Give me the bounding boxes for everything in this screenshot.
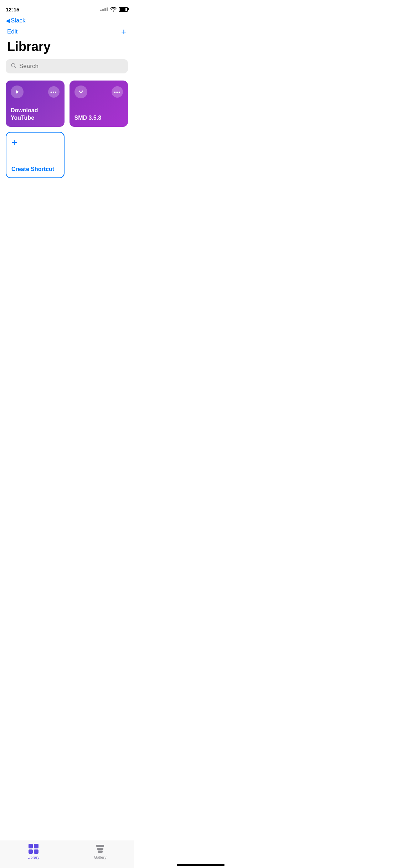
search-bar[interactable] [6,59,128,73]
more-button-smd[interactable]: ••• [112,86,123,98]
create-shortcut-card[interactable]: + Create Shortcut [6,132,65,178]
chevron-down-icon [78,89,84,95]
shortcuts-grid: ••• Download YouTube ••• SMD 3.5.8 + Cre… [0,81,134,178]
more-dots-icon: ••• [50,89,57,95]
back-nav[interactable]: ◀ Slack [0,16,134,24]
more-dots-icon-smd: ••• [114,89,121,95]
shortcut-title-smd: SMD 3.5.8 [74,114,123,122]
shortcut-title-youtube: Download YouTube [11,107,60,122]
battery-icon [119,7,128,12]
signal-icon [100,7,108,11]
edit-button[interactable]: Edit [7,28,17,35]
more-button-youtube[interactable]: ••• [48,86,60,98]
create-shortcut-label: Create Shortcut [11,166,59,172]
back-arrow-icon: ◀ [6,17,10,24]
header: Edit + [0,24,134,38]
card-top-row-smd: ••• [74,86,123,98]
status-bar: 12:15 [0,0,134,16]
back-label: Slack [11,17,26,24]
create-plus-icon: + [11,138,59,148]
page-title: Library [0,38,134,59]
wifi-icon [110,7,117,12]
play-icon-circle [11,86,24,98]
status-icons [100,7,128,12]
shortcut-card-download-youtube[interactable]: ••• Download YouTube [6,81,65,127]
search-container [0,59,134,81]
svg-line-1 [15,67,16,68]
search-icon [11,63,16,70]
card-top-row: ••• [11,86,60,98]
status-time: 12:15 [6,6,19,12]
add-button[interactable]: + [121,27,127,36]
chevron-down-icon-circle [74,86,87,98]
search-input[interactable] [19,63,123,70]
shortcut-card-smd[interactable]: ••• SMD 3.5.8 [70,81,128,127]
play-icon [14,89,20,95]
svg-marker-2 [16,90,19,94]
